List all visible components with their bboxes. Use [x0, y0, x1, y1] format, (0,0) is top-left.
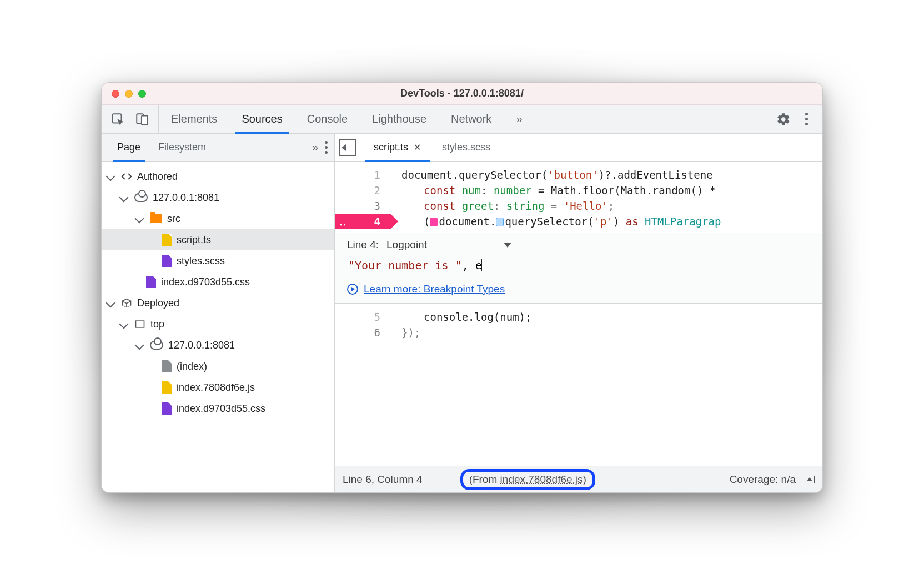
- svg-rect-3: [136, 321, 144, 327]
- line-gutter[interactable]: 1 2 3 ‥ 4: [335, 162, 390, 229]
- tree-host-authored[interactable]: 127.0.0.1:8081: [102, 187, 334, 208]
- tree-file-index-css-2[interactable]: index.d9703d55.css: [102, 398, 334, 419]
- text-cursor-icon: [481, 259, 483, 271]
- sidebar-tab-filesystem[interactable]: Filesystem: [149, 134, 215, 161]
- tab-console[interactable]: Console: [295, 105, 360, 133]
- tree-file-index[interactable]: (index): [102, 356, 334, 377]
- file-tree: Authored 127.0.0.1:8081 src scrip: [102, 162, 334, 492]
- window-title: DevTools - 127.0.0.1:8081/: [102, 88, 822, 99]
- tab-sources[interactable]: Sources: [229, 105, 294, 133]
- editor-pane: script.ts ✕ styles.scss 1 2 3: [335, 134, 822, 492]
- main-tabstrip: Elements Sources Console Lighthouse Netw…: [102, 105, 822, 134]
- tab-elements[interactable]: Elements: [159, 105, 229, 133]
- sidebar-tabs-overflow-icon[interactable]: »: [312, 141, 316, 154]
- editor-tab-styles-scss[interactable]: styles.scss: [433, 134, 499, 161]
- frame-icon: [134, 318, 145, 330]
- sourcemap-origin: (From index.7808df6e.js): [465, 472, 591, 487]
- tree-host-deployed[interactable]: 127.0.0.1:8081: [102, 335, 334, 356]
- tree-file-index-css[interactable]: index.d9703d55.css: [102, 271, 334, 292]
- box-icon: [121, 297, 132, 309]
- tree-deployed[interactable]: Deployed: [102, 292, 334, 314]
- logpoint-marker-icon[interactable]: ‥ 4: [335, 214, 390, 229]
- tree-folder-src[interactable]: src: [102, 208, 334, 229]
- annotation-highlight: [460, 469, 595, 490]
- show-drawer-icon[interactable]: [805, 476, 815, 483]
- editor-tab-script-ts[interactable]: script.ts ✕: [365, 134, 430, 161]
- inspect-element-icon[interactable]: [111, 112, 125, 127]
- document-file-icon: [162, 360, 172, 372]
- cloud-icon: [134, 193, 148, 202]
- logpoint-expression-input[interactable]: "Your number is ", e: [347, 255, 810, 280]
- tree-file-script-ts[interactable]: script.ts: [102, 229, 334, 250]
- cloud-icon: [150, 341, 163, 350]
- code-icon: [121, 170, 132, 183]
- sourcemap-marker-icon: [430, 218, 438, 226]
- tree-top-frame[interactable]: top: [102, 314, 334, 335]
- folder-icon: [150, 214, 162, 223]
- tabs-overflow-icon[interactable]: »: [504, 105, 532, 133]
- sources-sidebar: Page Filesystem » Authored: [102, 134, 335, 492]
- css-file-icon: [146, 276, 156, 288]
- info-arrow-icon: [347, 284, 358, 295]
- devtools-window: DevTools - 127.0.0.1:8081/ Elements Sour…: [101, 82, 823, 493]
- js-file-icon: [162, 234, 172, 246]
- tree-authored[interactable]: Authored: [102, 166, 334, 187]
- settings-gear-icon[interactable]: [776, 112, 791, 127]
- logpoint-line-label: Line 4:: [347, 239, 379, 251]
- js-file-icon: [162, 381, 172, 394]
- editor-tabstrip: script.ts ✕ styles.scss: [335, 134, 822, 162]
- tab-network[interactable]: Network: [439, 105, 504, 133]
- tree-file-index-js[interactable]: index.7808df6e.js: [102, 377, 334, 398]
- toggle-navigator-icon[interactable]: [339, 139, 356, 156]
- chevron-down-icon: [504, 243, 511, 248]
- coverage-status: Coverage: n/a: [730, 473, 796, 486]
- close-tab-icon[interactable]: ✕: [414, 142, 421, 153]
- sidebar-more-icon[interactable]: [325, 141, 328, 154]
- tab-lighthouse[interactable]: Lighthouse: [360, 105, 439, 133]
- logpoint-editor: Line 4: Logpoint "Your number is ", e Le…: [335, 233, 822, 304]
- tree-file-styles-scss[interactable]: styles.scss: [102, 250, 334, 271]
- learn-more-link[interactable]: Learn more: Breakpoint Types: [347, 283, 810, 295]
- titlebar: DevTools - 127.0.0.1:8081/: [102, 83, 822, 105]
- css-file-icon: [162, 255, 172, 267]
- svg-rect-2: [142, 115, 148, 124]
- css-file-icon: [162, 402, 172, 415]
- cursor-position: Line 6, Column 4: [343, 473, 423, 486]
- sidebar-tab-page[interactable]: Page: [108, 134, 149, 161]
- code-editor[interactable]: 1 2 3 ‥ 4 document.querySelector('button…: [335, 162, 822, 466]
- device-toolbar-icon[interactable]: [135, 112, 149, 127]
- breakpoint-type-select[interactable]: Logpoint: [386, 239, 511, 251]
- sourcemap-marker-icon: [496, 218, 504, 226]
- editor-statusbar: Line 6, Column 4 (From index.7808df6e.js…: [335, 466, 822, 492]
- more-menu-icon[interactable]: [805, 113, 808, 125]
